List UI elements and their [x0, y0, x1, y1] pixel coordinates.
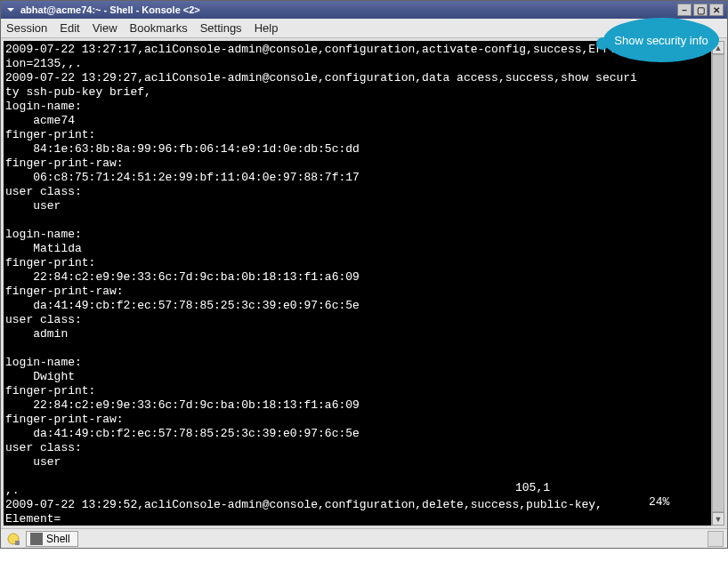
terminal-line: ion=2135,,.: [5, 57, 724, 71]
terminal-line: Dwight: [5, 370, 724, 384]
scrollbar-thumb[interactable]: [712, 54, 724, 512]
window-title: abhat@acme74:~ - Shell - Konsole <2>: [20, 4, 677, 15]
scroll-down-button[interactable]: ▼: [712, 512, 724, 526]
terminal-line: 22:84:c2:e9:9e:33:6c:7d:9c:ba:0b:18:13:f…: [5, 270, 724, 285]
terminal-line: 06:c8:75:71:24:51:2e:99:bf:11:04:0e:97:8…: [5, 171, 724, 185]
terminal-line: ty ssh-pub-key brief,: [5, 85, 724, 100]
minimize-button[interactable]: –: [677, 4, 692, 16]
taskbar: Shell: [1, 528, 727, 548]
terminal-line: da:41:49:cb:f2:ec:57:78:85:25:3c:39:e0:9…: [5, 299, 724, 313]
menu-bookmarks[interactable]: Bookmarks: [130, 21, 188, 35]
terminal-line: finger-print-raw:: [5, 413, 724, 427]
window-controls: – ▢ ✕: [677, 4, 724, 16]
terminal-line: acme74: [5, 114, 724, 128]
terminal-line: [5, 213, 724, 228]
titlebar[interactable]: abhat@acme74:~ - Shell - Konsole <2> – ▢…: [1, 1, 727, 19]
scrollbar-track[interactable]: [712, 54, 724, 512]
terminal-status-line: 105,1 24%: [4, 467, 724, 524]
cursor-position: 105,1: [515, 481, 550, 495]
konsole-window: abhat@acme74:~ - Shell - Konsole <2> – ▢…: [0, 0, 728, 549]
new-session-icon[interactable]: [4, 531, 22, 547]
terminal-line: 22:84:c2:e9:9e:33:6c:7d:9c:ba:0b:18:13:f…: [5, 398, 724, 413]
terminal-line: user class:: [5, 185, 724, 199]
terminal-line: finger-print:: [5, 128, 724, 142]
vertical-scrollbar[interactable]: ▲ ▼: [711, 41, 724, 526]
app-menu-icon[interactable]: [4, 4, 17, 16]
session-tab-shell[interactable]: Shell: [26, 531, 78, 547]
maximize-button[interactable]: ▢: [693, 4, 708, 16]
session-tab-label: Shell: [46, 533, 70, 545]
menu-settings[interactable]: Settings: [200, 21, 242, 35]
terminal-line: user class:: [5, 313, 724, 327]
menu-edit[interactable]: Edit: [60, 21, 79, 35]
terminal-line: admin: [5, 327, 724, 341]
terminal-container: 2009-07-22 13:27:17,acliConsole-admin@co…: [1, 38, 727, 528]
terminal-line: finger-print:: [5, 256, 724, 270]
terminal-output[interactable]: 2009-07-22 13:27:17,acliConsole-admin@co…: [4, 41, 724, 526]
annotation-callout: Show security info: [603, 18, 719, 62]
terminal-line: 2009-07-22 13:29:27,acliConsole-admin@co…: [5, 71, 724, 85]
scroll-percentage: 24%: [649, 495, 669, 510]
terminal-icon: [30, 533, 43, 545]
terminal-line: finger-print:: [5, 384, 724, 398]
terminal-line: user: [5, 199, 724, 213]
close-button[interactable]: ✕: [709, 4, 724, 16]
terminal-line: [5, 341, 724, 356]
terminal-line: login-name:: [5, 356, 724, 370]
terminal-line: 84:1e:63:8b:8a:99:96:fb:06:14:e9:1d:0e:d…: [5, 142, 724, 157]
terminal-line: finger-print-raw:: [5, 157, 724, 171]
menu-view[interactable]: View: [93, 21, 117, 35]
menu-session[interactable]: Session: [6, 21, 47, 35]
annotation-text: Show security info: [614, 34, 708, 47]
terminal-line: login-name:: [5, 100, 724, 114]
terminal-line: Matilda: [5, 242, 724, 256]
menu-help[interactable]: Help: [255, 21, 279, 35]
terminal-line: login-name:: [5, 228, 724, 242]
terminal-line: user class:: [5, 441, 724, 455]
terminal-line: finger-print-raw:: [5, 285, 724, 299]
resize-grip-icon[interactable]: [708, 531, 724, 547]
svg-rect-1: [15, 541, 20, 545]
terminal-line: da:41:49:cb:f2:ec:57:78:85:25:3c:39:e0:9…: [5, 427, 724, 441]
